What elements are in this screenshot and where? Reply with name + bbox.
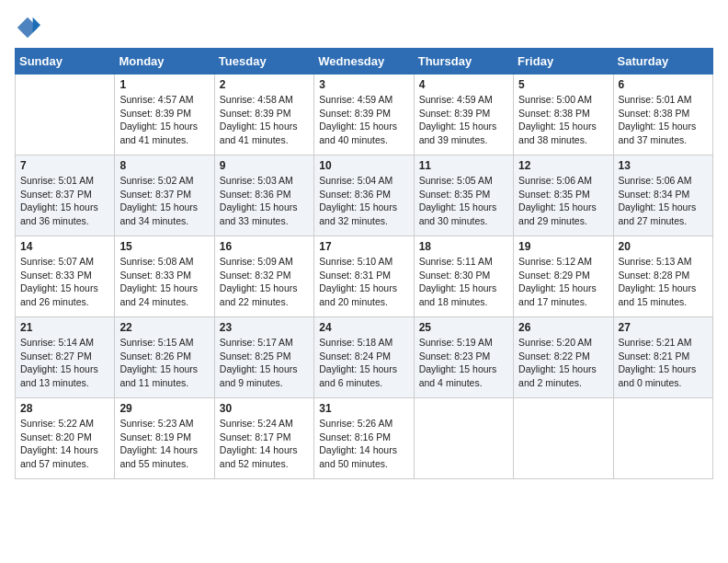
day-info: Sunrise: 5:03 AM Sunset: 8:36 PM Dayligh… <box>220 174 309 228</box>
day-info: Sunrise: 5:13 AM Sunset: 8:28 PM Dayligh… <box>619 255 708 309</box>
day-info: Sunrise: 5:04 AM Sunset: 8:36 PM Dayligh… <box>319 174 408 228</box>
calendar-cell: 21Sunrise: 5:14 AM Sunset: 8:27 PM Dayli… <box>16 317 115 398</box>
calendar-cell <box>514 398 613 479</box>
day-info: Sunrise: 4:57 AM Sunset: 8:39 PM Dayligh… <box>119 93 209 147</box>
day-info: Sunrise: 5:15 AM Sunset: 8:26 PM Dayligh… <box>119 336 209 390</box>
day-number: 29 <box>119 402 209 415</box>
day-number: 1 <box>119 78 209 91</box>
calendar-cell: 3Sunrise: 4:59 AM Sunset: 8:39 PM Daylig… <box>314 75 414 155</box>
day-info: Sunrise: 5:12 AM Sunset: 8:29 PM Dayligh… <box>518 255 608 309</box>
day-number: 5 <box>518 78 608 91</box>
day-info: Sunrise: 4:58 AM Sunset: 8:39 PM Dayligh… <box>220 93 309 147</box>
day-number: 6 <box>619 78 708 91</box>
calendar-cell: 25Sunrise: 5:19 AM Sunset: 8:23 PM Dayli… <box>414 317 513 398</box>
day-info: Sunrise: 5:08 AM Sunset: 8:33 PM Dayligh… <box>119 255 209 309</box>
day-info: Sunrise: 5:24 AM Sunset: 8:17 PM Dayligh… <box>220 417 309 471</box>
day-info: Sunrise: 5:06 AM Sunset: 8:34 PM Dayligh… <box>619 174 708 228</box>
day-number: 25 <box>419 321 508 334</box>
day-number: 20 <box>619 240 708 253</box>
day-info: Sunrise: 5:01 AM Sunset: 8:38 PM Dayligh… <box>619 93 708 147</box>
calendar-cell: 22Sunrise: 5:15 AM Sunset: 8:26 PM Dayli… <box>115 317 214 398</box>
day-header-tuesday: Tuesday <box>214 49 313 75</box>
calendar-cell <box>613 398 712 479</box>
day-number: 21 <box>20 321 109 334</box>
calendar-cell <box>414 398 513 479</box>
day-number: 31 <box>319 402 408 415</box>
day-number: 26 <box>518 321 608 334</box>
day-number: 8 <box>119 159 209 172</box>
day-info: Sunrise: 5:09 AM Sunset: 8:32 PM Dayligh… <box>220 255 309 309</box>
calendar-cell: 6Sunrise: 5:01 AM Sunset: 8:38 PM Daylig… <box>613 75 712 155</box>
calendar-cell: 13Sunrise: 5:06 AM Sunset: 8:34 PM Dayli… <box>613 155 712 236</box>
day-info: Sunrise: 5:21 AM Sunset: 8:21 PM Dayligh… <box>619 336 708 390</box>
day-number: 22 <box>119 321 209 334</box>
day-number: 17 <box>319 240 408 253</box>
calendar-cell: 9Sunrise: 5:03 AM Sunset: 8:36 PM Daylig… <box>214 155 313 236</box>
day-info: Sunrise: 5:18 AM Sunset: 8:24 PM Dayligh… <box>319 336 408 390</box>
day-number: 11 <box>419 159 508 172</box>
day-number: 2 <box>220 78 309 91</box>
day-info: Sunrise: 5:06 AM Sunset: 8:35 PM Dayligh… <box>518 174 608 228</box>
calendar-cell <box>16 75 115 155</box>
day-header-monday: Monday <box>115 49 214 75</box>
calendar-cell: 31Sunrise: 5:26 AM Sunset: 8:16 PM Dayli… <box>314 398 414 479</box>
calendar-cell: 18Sunrise: 5:11 AM Sunset: 8:30 PM Dayli… <box>414 236 513 317</box>
calendar-cell: 5Sunrise: 5:00 AM Sunset: 8:38 PM Daylig… <box>514 75 613 155</box>
calendar-cell: 1Sunrise: 4:57 AM Sunset: 8:39 PM Daylig… <box>115 75 214 155</box>
day-number: 3 <box>319 78 408 91</box>
day-number: 27 <box>619 321 708 334</box>
day-number: 13 <box>619 159 708 172</box>
calendar-cell: 2Sunrise: 4:58 AM Sunset: 8:39 PM Daylig… <box>214 75 313 155</box>
day-header-thursday: Thursday <box>414 49 513 75</box>
day-header-sunday: Sunday <box>16 49 115 75</box>
day-info: Sunrise: 5:07 AM Sunset: 8:33 PM Dayligh… <box>20 255 109 309</box>
logo-icon <box>15 15 40 40</box>
day-number: 14 <box>20 240 109 253</box>
day-header-friday: Friday <box>514 49 613 75</box>
day-header-saturday: Saturday <box>613 49 712 75</box>
day-info: Sunrise: 5:22 AM Sunset: 8:20 PM Dayligh… <box>20 417 109 471</box>
day-number: 7 <box>20 159 109 172</box>
calendar-cell: 19Sunrise: 5:12 AM Sunset: 8:29 PM Dayli… <box>514 236 613 317</box>
calendar-cell: 29Sunrise: 5:23 AM Sunset: 8:19 PM Dayli… <box>115 398 214 479</box>
day-info: Sunrise: 5:00 AM Sunset: 8:38 PM Dayligh… <box>518 93 608 147</box>
day-info: Sunrise: 5:10 AM Sunset: 8:31 PM Dayligh… <box>319 255 408 309</box>
calendar-cell: 12Sunrise: 5:06 AM Sunset: 8:35 PM Dayli… <box>514 155 613 236</box>
day-number: 28 <box>20 402 109 415</box>
calendar-cell: 26Sunrise: 5:20 AM Sunset: 8:22 PM Dayli… <box>514 317 613 398</box>
day-info: Sunrise: 4:59 AM Sunset: 8:39 PM Dayligh… <box>419 93 508 147</box>
calendar-cell: 27Sunrise: 5:21 AM Sunset: 8:21 PM Dayli… <box>613 317 712 398</box>
day-info: Sunrise: 5:20 AM Sunset: 8:22 PM Dayligh… <box>518 336 608 390</box>
calendar-cell: 15Sunrise: 5:08 AM Sunset: 8:33 PM Dayli… <box>115 236 214 317</box>
calendar-cell: 16Sunrise: 5:09 AM Sunset: 8:32 PM Dayli… <box>214 236 313 317</box>
calendar-cell: 11Sunrise: 5:05 AM Sunset: 8:35 PM Dayli… <box>414 155 513 236</box>
day-number: 19 <box>518 240 608 253</box>
day-info: Sunrise: 5:19 AM Sunset: 8:23 PM Dayligh… <box>419 336 508 390</box>
day-number: 24 <box>319 321 408 334</box>
day-number: 30 <box>220 402 309 415</box>
calendar-cell: 30Sunrise: 5:24 AM Sunset: 8:17 PM Dayli… <box>214 398 313 479</box>
logo <box>15 15 44 40</box>
calendar-cell: 4Sunrise: 4:59 AM Sunset: 8:39 PM Daylig… <box>414 75 513 155</box>
day-number: 23 <box>220 321 309 334</box>
day-info: Sunrise: 5:26 AM Sunset: 8:16 PM Dayligh… <box>319 417 408 471</box>
day-info: Sunrise: 5:17 AM Sunset: 8:25 PM Dayligh… <box>220 336 309 390</box>
page-header <box>15 15 713 40</box>
day-number: 12 <box>518 159 608 172</box>
day-number: 18 <box>419 240 508 253</box>
day-info: Sunrise: 5:05 AM Sunset: 8:35 PM Dayligh… <box>419 174 508 228</box>
day-number: 4 <box>419 78 508 91</box>
calendar-cell: 7Sunrise: 5:01 AM Sunset: 8:37 PM Daylig… <box>16 155 115 236</box>
day-number: 9 <box>220 159 309 172</box>
day-number: 15 <box>119 240 209 253</box>
svg-marker-1 <box>33 17 40 33</box>
day-info: Sunrise: 5:23 AM Sunset: 8:19 PM Dayligh… <box>119 417 209 471</box>
calendar-cell: 28Sunrise: 5:22 AM Sunset: 8:20 PM Dayli… <box>16 398 115 479</box>
day-info: Sunrise: 4:59 AM Sunset: 8:39 PM Dayligh… <box>319 93 408 147</box>
calendar-cell: 24Sunrise: 5:18 AM Sunset: 8:24 PM Dayli… <box>314 317 414 398</box>
day-info: Sunrise: 5:02 AM Sunset: 8:37 PM Dayligh… <box>119 174 209 228</box>
day-number: 10 <box>319 159 408 172</box>
calendar-table: SundayMondayTuesdayWednesdayThursdayFrid… <box>15 48 713 479</box>
day-info: Sunrise: 5:11 AM Sunset: 8:30 PM Dayligh… <box>419 255 508 309</box>
calendar-cell: 17Sunrise: 5:10 AM Sunset: 8:31 PM Dayli… <box>314 236 414 317</box>
